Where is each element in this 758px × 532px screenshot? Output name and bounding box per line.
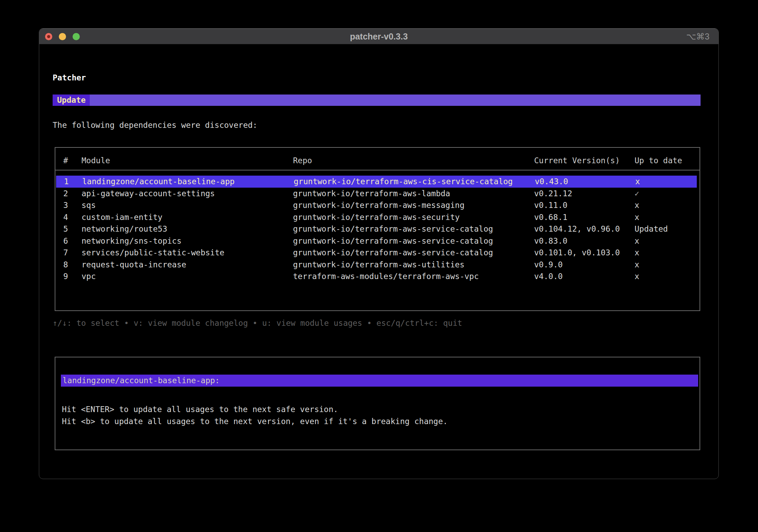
cell-version: v0.11.0 (534, 199, 567, 211)
intro-text: The following dependencies were discover… (53, 119, 257, 131)
table-row[interactable]: 4custom-iam-entitygruntwork-io/terraform… (55, 211, 700, 223)
hint-breaking: Hit <b> to update all usages to the next… (62, 415, 448, 428)
cell-status: x (635, 235, 639, 247)
cell-version: v0.83.0 (534, 235, 567, 247)
cell-version: v4.0.0 (534, 270, 563, 282)
cell-module: landingzone/account-baseline-app (82, 176, 235, 188)
table-row[interactable]: 3sqsgruntwork-io/terraform-aws-messaging… (55, 199, 700, 211)
cell-status: x (635, 199, 639, 211)
cell-module: services/public-static-website (82, 247, 224, 259)
cell-num: 7 (63, 247, 68, 259)
cell-num: 6 (63, 235, 68, 247)
cell-module: api-gateway-account-settings (82, 188, 215, 200)
terminal-content: Patcher Update The following dependencie… (39, 44, 718, 479)
table-row[interactable]: 9vpcterraform-aws-modules/terraform-aws-… (55, 270, 700, 282)
column-header: Repo (293, 155, 312, 167)
terminal-window: patcher-v0.3.3 ⌥⌘3 Patcher Update The fo… (39, 28, 719, 479)
cell-module: networking/route53 (82, 223, 167, 235)
cell-num: 4 (63, 211, 68, 223)
cell-version: v0.101.0, v0.103.0 (534, 247, 620, 259)
cell-module: custom-iam-entity (82, 211, 162, 223)
tab-update[interactable]: Update (53, 95, 90, 106)
column-header: Module (82, 155, 110, 167)
cell-repo: gruntwork-io/terraform-aws-security (293, 211, 460, 223)
cell-repo: gruntwork-io/terraform-aws-service-catal… (293, 235, 493, 247)
cell-version: v0.21.12 (534, 188, 572, 200)
hint-enter: Hit <ENTER> to update all usages to the … (62, 403, 338, 415)
detail-panel: landingzone/account-baseline-app: Hit <E… (55, 357, 700, 450)
cell-num: 1 (64, 176, 69, 188)
cell-num: 5 (63, 223, 68, 235)
tab-bar: Update (53, 95, 701, 106)
tab-shortcut-hint: ⌥⌘3 (686, 29, 710, 44)
cell-status: ✓ (635, 188, 639, 200)
cell-version: v0.9.0 (534, 259, 563, 271)
table-row[interactable]: 2api-gateway-account-settingsgruntwork-i… (55, 188, 700, 200)
cell-repo: gruntwork-io/terraform-aws-service-catal… (293, 223, 493, 235)
cell-status: x (635, 247, 639, 259)
cell-module: vpc (82, 270, 96, 282)
table-header: #ModuleRepoCurrent Version(s)Up to date (55, 155, 700, 167)
cell-status: x (635, 270, 639, 282)
titlebar[interactable]: patcher-v0.3.3 ⌥⌘3 (39, 29, 718, 44)
selected-module-bar: landingzone/account-baseline-app: (61, 375, 698, 387)
cell-module: sqs (82, 199, 96, 211)
window-title: patcher-v0.3.3 (39, 29, 718, 44)
cell-repo: gruntwork-io/terraform-aws-utilities (293, 259, 465, 271)
table-row[interactable]: 6networking/sns-topicsgruntwork-io/terra… (55, 235, 700, 247)
column-header: # (63, 155, 68, 167)
cell-num: 8 (63, 259, 68, 271)
cell-repo: gruntwork-io/terraform-aws-cis-service-c… (294, 176, 513, 188)
cell-repo: gruntwork-io/terraform-aws-service-catal… (293, 247, 493, 259)
table-row[interactable]: 1landingzone/account-baseline-appgruntwo… (56, 176, 697, 188)
cell-status: x (635, 211, 639, 223)
cell-repo: terraform-aws-modules/terraform-aws-vpc (293, 270, 479, 282)
cell-status: x (635, 176, 640, 188)
cell-repo: gruntwork-io/terraform-aws-messaging (293, 199, 465, 211)
cell-module: networking/sns-topics (82, 235, 182, 247)
cell-module: request-quota-increase (82, 259, 186, 271)
column-header: Up to date (635, 155, 682, 167)
table-row[interactable]: 7services/public-static-websitegruntwork… (55, 247, 700, 259)
cell-repo: gruntwork-io/terraform-aws-lambda (293, 188, 450, 200)
table-row[interactable]: 5networking/route53gruntwork-io/terrafor… (55, 223, 700, 235)
keybinding-help: ↑/↓: to select • v: view module changelo… (53, 317, 462, 329)
cell-version: v0.68.1 (534, 211, 567, 223)
header-separator (55, 170, 700, 170)
cell-status: Updated (635, 223, 668, 235)
dependencies-table: #ModuleRepoCurrent Version(s)Up to date … (55, 147, 700, 311)
cell-version: v0.43.0 (535, 176, 568, 188)
cell-num: 3 (63, 199, 68, 211)
cell-version: v0.104.12, v0.96.0 (534, 223, 620, 235)
table-row[interactable]: 8request-quota-increasegruntwork-io/terr… (55, 259, 700, 271)
column-header: Current Version(s) (534, 155, 620, 167)
cell-num: 2 (63, 188, 68, 200)
table-rows: 1landingzone/account-baseline-appgruntwo… (55, 176, 700, 310)
app-heading: Patcher (53, 72, 86, 84)
cell-num: 9 (63, 270, 68, 282)
cell-status: x (635, 259, 639, 271)
